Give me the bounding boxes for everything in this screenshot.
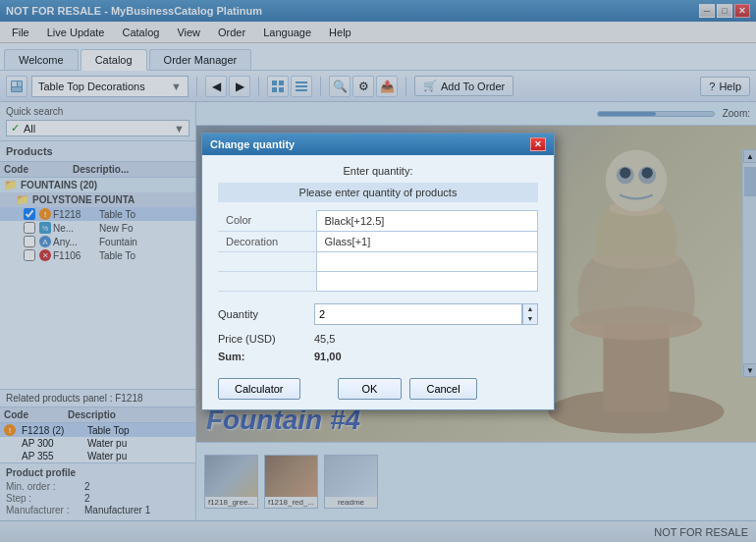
price-label: Price (USD) <box>218 333 306 345</box>
quantity-label: Quantity <box>218 308 306 320</box>
color-value: Black[+12.5] <box>316 210 538 231</box>
ok-button[interactable]: OK <box>338 378 403 400</box>
empty-cell <box>218 251 316 271</box>
sum-label: Sum: <box>218 351 306 362</box>
cancel-button[interactable]: Cancel <box>409 378 476 400</box>
quantity-field-row: Quantity ▲ ▼ <box>218 303 538 325</box>
table-row-empty-2 <box>218 271 538 291</box>
calculator-button[interactable]: Calculator <box>218 378 300 400</box>
modal-title-bar: Change quantity ✕ <box>202 134 554 155</box>
modal-properties-table: Color Black[+12.5] Decoration Glass[+1] <box>218 210 538 292</box>
modal-buttons: Calculator OK Cancel <box>218 374 538 400</box>
change-quantity-dialog: Change quantity ✕ Enter quantity: Please… <box>201 133 555 410</box>
empty-cell-3 <box>218 271 316 291</box>
modal-close-button[interactable]: ✕ <box>530 137 546 151</box>
modal-overlay: Change quantity ✕ Enter quantity: Please… <box>0 0 756 542</box>
modal-title: Change quantity <box>210 138 295 150</box>
modal-enter-qty-label: Enter quantity: <box>218 165 538 177</box>
quantity-increment[interactable]: ▲ <box>523 304 537 314</box>
modal-note: Please enter quantity of products <box>218 183 538 202</box>
empty-cell-2 <box>316 251 538 271</box>
sum-row: Sum: 91,00 <box>218 351 538 362</box>
decoration-value: Glass[+1] <box>316 231 538 251</box>
decoration-label: Decoration <box>218 231 316 251</box>
table-row-empty-1 <box>218 251 538 271</box>
quantity-spinner[interactable]: ▲ ▼ <box>522 303 538 325</box>
quantity-input-group: ▲ ▼ <box>314 303 538 325</box>
quantity-input[interactable] <box>314 303 522 325</box>
price-row: Price (USD) 45,5 <box>218 333 538 345</box>
quantity-decrement[interactable]: ▼ <box>523 314 537 324</box>
table-row-decoration: Decoration Glass[+1] <box>218 231 538 251</box>
color-label: Color <box>218 210 316 231</box>
sum-value: 91,00 <box>314 351 342 362</box>
empty-cell-4 <box>316 271 538 291</box>
modal-body: Enter quantity: Please enter quantity of… <box>202 155 554 409</box>
table-row-color: Color Black[+12.5] <box>218 210 538 231</box>
price-value: 45,5 <box>314 333 335 345</box>
